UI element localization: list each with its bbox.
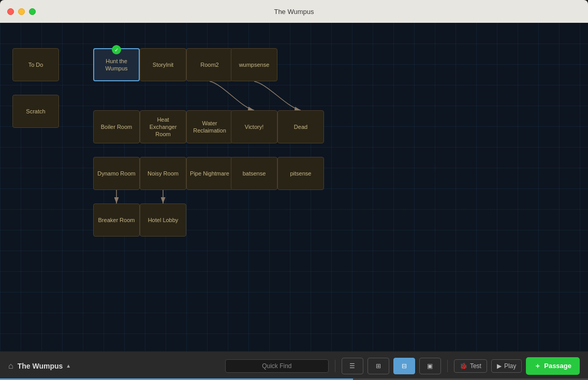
- passage-label: Dead: [293, 122, 308, 131]
- passage-label: To Do: [27, 60, 45, 69]
- passage-label: Pipe Nightmare: [189, 169, 230, 178]
- test-label: Test: [470, 362, 481, 370]
- passage-node-dynamo[interactable]: Dynamo Room: [93, 157, 140, 190]
- traffic-lights: [7, 8, 36, 15]
- passage-label: Water Reclaimation: [189, 119, 230, 136]
- test-button[interactable]: 🐞 Test: [454, 359, 487, 373]
- play-label: Play: [504, 362, 516, 370]
- passage-node-dead[interactable]: Dead: [277, 110, 324, 143]
- add-passage-label: Passage: [544, 362, 571, 370]
- passage-node-heat[interactable]: Heat Exchanger Room: [140, 110, 186, 143]
- toolbar-wrapper: ⌂ The Wumpus ▲ Quick Find ☰ ⊞ ⊟ ▣ 🐞 Test…: [0, 351, 588, 380]
- passage-label: Scratch: [25, 107, 46, 116]
- passage-label: batsense: [242, 169, 267, 178]
- quick-find-input[interactable]: Quick Find: [225, 359, 329, 373]
- passage-node-todo[interactable]: To Do: [12, 48, 59, 81]
- passage-node-noisy[interactable]: Noisy Room: [140, 157, 186, 190]
- passage-node-victory[interactable]: Victory!: [231, 110, 277, 143]
- passage-node-boiler[interactable]: Boiler Room: [93, 110, 140, 143]
- home-icon[interactable]: ⌂: [8, 361, 13, 371]
- list-icon: ☰: [347, 361, 358, 371]
- passage-node-pitsense[interactable]: pitsense: [277, 157, 324, 190]
- passage-label: Boiler Room: [100, 122, 134, 131]
- snap-icon: ▣: [425, 361, 435, 371]
- passage-node-wumpsense[interactable]: wumpsense: [231, 48, 277, 81]
- map-icon: ⊟: [399, 361, 409, 371]
- passage-label: Noisy Room: [146, 169, 180, 178]
- passage-node-scratch[interactable]: Scratch: [12, 95, 59, 128]
- passage-node-hunt[interactable]: ✓Hunt the Wumpus: [93, 48, 140, 81]
- passage-label: Dynamo Room: [96, 169, 136, 178]
- passage-node-hotel[interactable]: Hotel Lobby: [140, 203, 186, 237]
- arrow-wumpsense-to-dead: [254, 81, 301, 110]
- start-icon: ✓: [112, 45, 121, 54]
- passage-label: Hunt the Wumpus: [96, 56, 137, 74]
- toolbar: ⌂ The Wumpus ▲ Quick Find ☰ ⊞ ⊟ ▣ 🐞 Test…: [0, 351, 588, 380]
- plus-icon: ＋: [534, 361, 541, 371]
- passage-label: Heat Exchanger Room: [142, 115, 184, 139]
- passage-node-pipe[interactable]: Pipe Nightmare: [186, 157, 233, 190]
- passage-label: pitsense: [289, 169, 313, 178]
- list-view-button[interactable]: ☰: [342, 358, 363, 374]
- passage-label: Hotel Lobby: [147, 215, 180, 225]
- maximize-button[interactable]: [29, 8, 36, 15]
- caret-icon: ▲: [66, 363, 71, 369]
- passage-label: wumpsense: [238, 60, 271, 69]
- grid-icon: ⊞: [373, 361, 384, 371]
- window-title: The Wumpus: [274, 8, 314, 16]
- minimize-button[interactable]: [18, 8, 25, 15]
- project-title[interactable]: The Wumpus ▲: [18, 362, 71, 370]
- passage-label: Breaker Room: [97, 215, 136, 225]
- divider-2: [447, 360, 448, 372]
- passage-label: StoryInit: [152, 60, 174, 69]
- add-passage-button[interactable]: ＋ Passage: [526, 357, 580, 375]
- grid-view-button[interactable]: ⊞: [368, 358, 389, 374]
- divider-1: [335, 360, 335, 372]
- project-title-text: The Wumpus: [18, 362, 63, 370]
- snap-button[interactable]: ▣: [419, 358, 441, 374]
- passage-node-storylinit[interactable]: StoryInit: [140, 48, 186, 81]
- title-bar: The Wumpus: [0, 0, 588, 23]
- passage-node-breaker[interactable]: Breaker Room: [93, 203, 140, 237]
- passage-label: Victory!: [244, 122, 264, 131]
- passage-label: Room2: [199, 60, 219, 69]
- bug-icon: 🐞: [460, 362, 467, 370]
- passage-node-water[interactable]: Water Reclaimation: [186, 110, 233, 143]
- map-view-button[interactable]: ⊟: [393, 358, 415, 374]
- passage-node-room2[interactable]: Room2: [186, 48, 233, 81]
- arrow-room2-to-victory: [210, 81, 254, 110]
- passage-node-batsense[interactable]: batsense: [231, 157, 277, 190]
- play-icon: ▶: [497, 362, 502, 370]
- close-button[interactable]: [7, 8, 14, 15]
- play-button[interactable]: ▶ Play: [491, 359, 522, 373]
- canvas-area[interactable]: To Do✓Hunt the WumpusStoryInitRoom2wumps…: [0, 23, 588, 351]
